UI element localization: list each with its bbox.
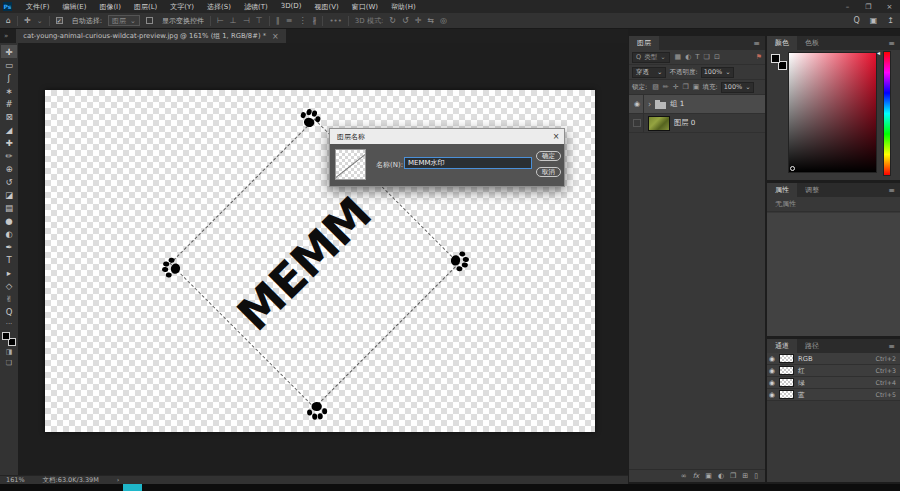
color-picker-marker[interactable]	[790, 166, 795, 171]
foreground-color-swatch[interactable]	[2, 332, 10, 340]
hue-slider-handle[interactable]: ◂	[877, 49, 880, 56]
status-chevron-icon[interactable]: ›	[117, 476, 120, 484]
panel-menu-icon[interactable]: ≡	[888, 342, 895, 351]
auto-select-target-dropdown[interactable]: 图层 ⌄	[108, 15, 140, 26]
gradient-tool[interactable]: ▤	[1, 201, 17, 214]
align-left-edges-icon[interactable]: ⊢	[217, 16, 224, 25]
smart-object-filter-icon[interactable]: ⊡	[714, 53, 720, 61]
menu-item[interactable]: 选择(S)	[207, 2, 231, 12]
share-icon[interactable]: ↥	[887, 16, 894, 25]
screen-mode-button[interactable]: ❏	[6, 359, 12, 370]
distribute-widths-icon[interactable]: ∦	[312, 16, 316, 25]
visibility-toggle-icon[interactable]	[631, 114, 644, 133]
menu-item[interactable]: 图像(I)	[99, 2, 121, 12]
channel-row[interactable]: ◉红Ctrl+3	[767, 365, 900, 377]
channel-row[interactable]: ◉绿Ctrl+4	[767, 377, 900, 389]
layer-name-input[interactable]	[404, 157, 532, 169]
menu-item[interactable]: 窗口(W)	[352, 2, 378, 12]
restore-button[interactable]: ❐	[858, 3, 879, 11]
tab-layers[interactable]: 图层	[629, 36, 659, 50]
eraser-tool[interactable]: ◪	[1, 188, 17, 201]
visibility-toggle-icon[interactable]: ◉	[769, 379, 775, 387]
type-layer-filter-icon[interactable]: T	[695, 53, 699, 61]
group-disclosure-icon[interactable]: ›	[648, 100, 651, 109]
layer-filter-dropdown[interactable]: Q 类型 ⌄	[632, 52, 670, 63]
marquee-tool[interactable]: ▭	[1, 58, 17, 71]
blur-tool[interactable]: ●	[1, 214, 17, 227]
saturation-brightness-field[interactable]	[788, 52, 877, 173]
tab-paths[interactable]: 路径	[797, 339, 827, 353]
foreground-background-swatches[interactable]	[771, 54, 787, 70]
menu-item[interactable]: 文件(F)	[26, 2, 50, 12]
panel-menu-icon[interactable]: ≡	[753, 39, 760, 48]
quick-selection-tool[interactable]: ∗	[1, 84, 17, 97]
distribute-horizontal-icon[interactable]: ∥	[276, 16, 280, 25]
search-icon[interactable]: Q	[853, 16, 859, 25]
layer-thumbnail[interactable]	[648, 116, 670, 131]
quick-mask-button[interactable]: ◨	[6, 348, 13, 359]
layer-mask-icon[interactable]: ▣	[705, 472, 712, 480]
align-vertical-centers-icon[interactable]: ⊥	[230, 16, 237, 25]
edit-toolbar-icon[interactable]: ···	[6, 320, 13, 328]
filter-toggle-icon[interactable]: ⚑	[756, 53, 762, 61]
3d-roll-icon[interactable]: ↺	[402, 16, 409, 25]
crop-tool[interactable]: #	[1, 97, 17, 110]
visibility-toggle-icon[interactable]: ◉	[769, 367, 775, 375]
opacity-dropdown[interactable]: 100% ⌄	[701, 67, 734, 78]
dialog-close-icon[interactable]: ×	[548, 132, 564, 141]
3d-slide-icon[interactable]: ⇆	[427, 16, 434, 25]
hand-tool[interactable]: ✌	[1, 292, 17, 305]
paw-print-right[interactable]	[444, 246, 474, 276]
new-layer-icon[interactable]: ⊞	[742, 472, 748, 480]
lock-artboard-icon[interactable]: ❐	[683, 83, 689, 91]
menu-item[interactable]: 文字(Y)	[170, 2, 194, 12]
home-icon[interactable]: ⌂	[6, 16, 11, 25]
lock-pixels-icon[interactable]: ✏	[663, 83, 669, 91]
tab-close-icon[interactable]: ×	[272, 32, 279, 41]
minimize-button[interactable]: –	[837, 3, 858, 11]
eyedropper-tool[interactable]: ◢	[1, 123, 17, 136]
document-tab[interactable]: cat-young-animal-curious-wildcat-preview…	[16, 29, 286, 43]
distribute-vertical-icon[interactable]: ≡	[286, 16, 293, 25]
menu-item[interactable]: 编辑(E)	[63, 2, 87, 12]
link-layers-icon[interactable]: ∞	[681, 472, 687, 480]
shape-tool[interactable]: ◇	[1, 279, 17, 292]
channel-row[interactable]: ◉RGBCtrl+2	[767, 353, 900, 365]
shape-layer-filter-icon[interactable]: ❏	[704, 53, 710, 61]
taskbar-active-app[interactable]	[123, 484, 142, 491]
frame-tool[interactable]: ⊠	[1, 110, 17, 123]
dialog-titlebar[interactable]: 图层名称 ×	[330, 129, 564, 144]
cancel-button[interactable]: 取消	[536, 167, 561, 177]
close-button[interactable]: ×	[879, 3, 900, 11]
visibility-toggle-icon[interactable]: ◉	[631, 95, 644, 114]
menu-item[interactable]: 帮助(H)	[391, 2, 416, 12]
ok-button[interactable]: 确定	[536, 151, 561, 161]
adjustment-layer-icon[interactable]: ◐	[718, 472, 724, 480]
type-tool[interactable]: T	[1, 253, 17, 266]
lock-all-icon[interactable]: ▣	[693, 83, 700, 91]
menu-item[interactable]: 视图(V)	[314, 2, 338, 12]
layer-effects-icon[interactable]: fx	[693, 472, 700, 480]
auto-select-checkbox[interactable]: ✓	[56, 17, 63, 24]
brush-tool[interactable]: ✏	[1, 149, 17, 162]
tab-properties[interactable]: 属性	[767, 183, 797, 197]
hue-slider[interactable]	[883, 51, 891, 176]
more-options-icon[interactable]: •••	[329, 17, 341, 25]
lasso-tool[interactable]: ʃ	[1, 71, 17, 84]
clone-stamp-tool[interactable]: ⊕	[1, 162, 17, 175]
blend-mode-dropdown[interactable]: 穿透 ⌄	[632, 67, 666, 78]
tab-overflow-icon[interactable]: »	[4, 32, 8, 40]
dodge-tool[interactable]: ◐	[1, 227, 17, 240]
paw-print-left[interactable]	[157, 253, 187, 283]
layer-row[interactable]: ◉›组 1	[629, 95, 765, 114]
distribute-spacing-icon[interactable]: ⋮	[298, 16, 306, 25]
pixel-layer-filter-icon[interactable]: ▦	[675, 53, 682, 61]
foreground-background-swatches[interactable]	[2, 332, 16, 346]
move-tool-preset-icon[interactable]: ✛	[24, 16, 31, 25]
history-brush-tool[interactable]: ↺	[1, 175, 17, 188]
channel-row[interactable]: ◉蓝Ctrl+5	[767, 389, 900, 401]
tab-swatches[interactable]: 色板	[797, 36, 827, 50]
align-right-edges-icon[interactable]: ⊣	[243, 16, 250, 25]
3d-orbit-icon[interactable]: ↻	[389, 16, 396, 25]
visibility-toggle-icon[interactable]: ◉	[769, 355, 775, 363]
